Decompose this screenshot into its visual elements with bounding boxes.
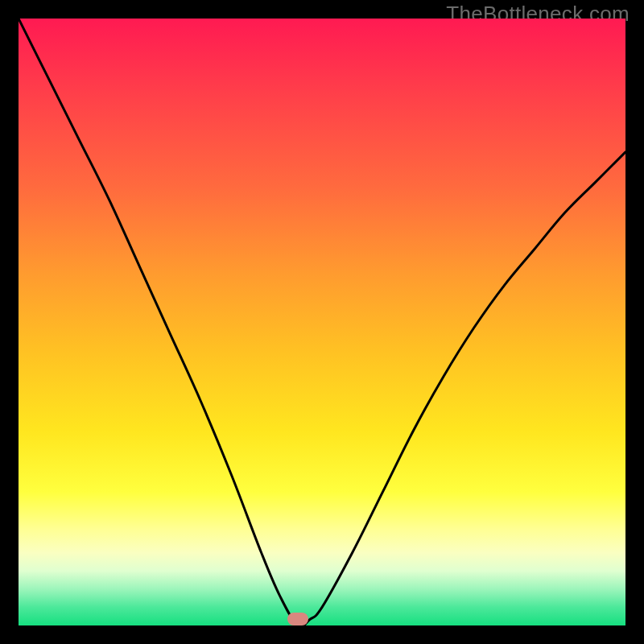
curve-path [19, 19, 625, 625]
plot-area [19, 19, 625, 625]
chart-frame: TheBottleneck.com [0, 0, 644, 644]
bottleneck-curve [19, 19, 625, 625]
optimal-point-marker [287, 613, 308, 625]
